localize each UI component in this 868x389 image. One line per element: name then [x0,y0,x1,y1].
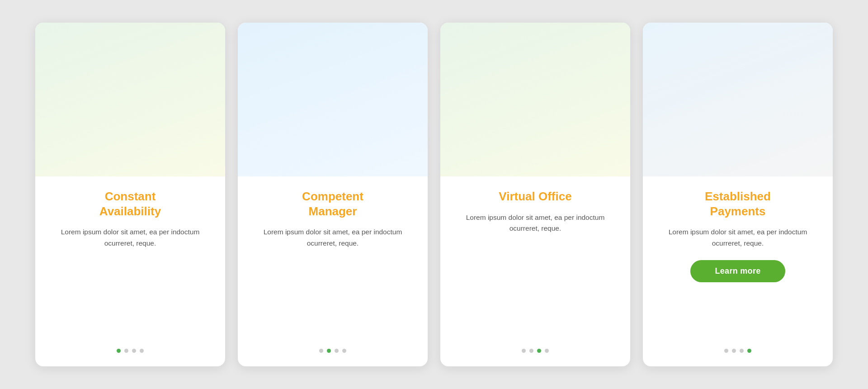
card-1-content: ConstantAvailability Lorem ipsum dolor s… [35,176,225,353]
card-competent-manager: CompetentManager Lorem ipsum dolor sit a… [238,23,428,366]
card-1-illustration: @ [35,23,225,176]
card-1-body: Lorem ipsum dolor sit amet, ea per indoc… [50,227,211,249]
dot-4-3 [740,349,744,353]
card-4-dots [724,344,751,353]
dot-2-2 [327,349,331,353]
card-2-body: Lorem ipsum dolor sit amet, ea per indoc… [252,227,413,249]
card-2-illustration [238,23,428,176]
card-4-illustration: ✈ [643,23,833,176]
dot-1-3 [132,349,136,353]
card-1-dots [117,344,144,353]
card-1-title: ConstantAvailability [99,189,161,218]
card-3-content: Virtual Office Lorem ipsum dolor sit ame… [440,176,630,353]
card-established-payments: ✈ [643,23,833,366]
dot-1-4 [140,349,144,353]
learn-more-button[interactable]: Learn more [690,260,785,282]
dot-4-1 [724,349,728,353]
card-2-title: CompetentManager [302,189,363,218]
dot-2-3 [335,349,339,353]
dot-1-2 [124,349,128,353]
card-2-dots [319,344,346,353]
card-4-title: EstablishedPayments [705,189,771,218]
dot-3-2 [529,349,533,353]
card-3-dots [522,344,549,353]
card-constant-availability: @ [35,23,225,366]
card-3-title: Virtual Office [499,189,571,204]
dot-2-4 [342,349,346,353]
card-4-body: Lorem ipsum dolor sit amet, ea per indoc… [657,227,818,249]
card-3-body: Lorem ipsum dolor sit amet, ea per indoc… [455,212,616,235]
card-virtual-office: @ [440,23,630,366]
dot-4-2 [732,349,736,353]
dot-3-1 [522,349,526,353]
card-3-illustration: @ [440,23,630,176]
dot-2-1 [319,349,323,353]
cards-container: @ [17,5,851,384]
card-4-content: EstablishedPayments Lorem ipsum dolor si… [643,176,833,353]
dot-4-4 [747,349,751,353]
card-2-content: CompetentManager Lorem ipsum dolor sit a… [238,176,428,353]
dot-3-4 [545,349,549,353]
dot-3-3 [537,349,541,353]
dot-1-1 [117,349,121,353]
